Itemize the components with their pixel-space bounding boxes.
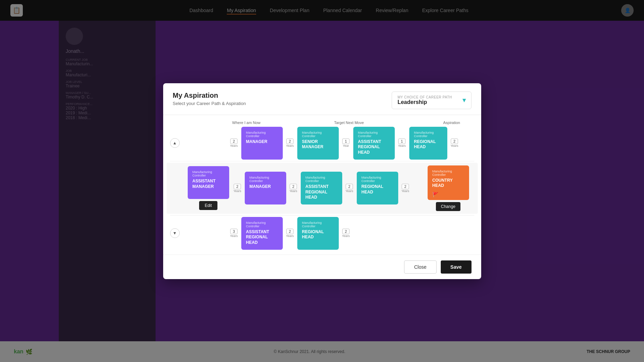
modal-subtitle: Select your Career Path & Aspiration (173, 101, 246, 106)
mid-card-1: Manufacturing Controller MANAGER (245, 172, 286, 204)
modal-overlay: My Aspiration Select your Career Path & … (0, 0, 644, 362)
modal-footer: Close Save (163, 255, 481, 279)
edit-button[interactable]: Edit (199, 201, 217, 210)
dropdown-arrow-icon: ▾ (463, 96, 466, 104)
career-path-selector[interactable]: MY CHOICE OF CAREER PATH Leadership ▾ (392, 92, 472, 109)
top-card-1: Manufacturing Controller MANAGER (241, 127, 283, 160)
flag-icon: 🚩 (432, 192, 438, 197)
col-label-aspiration: Aspiration (429, 121, 474, 125)
chevron-up-button[interactable]: ▲ (170, 138, 180, 148)
close-button[interactable]: Close (404, 260, 437, 274)
top-card-3: Manufacturing Controller ASSISTANT REGIO… (353, 127, 395, 160)
modal-title: My Aspiration (173, 92, 246, 99)
chevron-down-button[interactable]: ▼ (170, 228, 180, 238)
career-path-label: MY CHOICE OF CAREER PATH (398, 95, 452, 99)
aspiration-card: Manufacturing Controller COUNTRY HEAD 🚩 (428, 165, 469, 200)
bot-card-1: Manufacturing Controller ASSISTANT REGIO… (241, 217, 283, 250)
save-button[interactable]: Save (441, 260, 472, 274)
where-card: Manufacturing Controller ASSISTANT MANAG… (188, 166, 229, 199)
mid-card-3: Manufacturing Controller REGIONAL HEAD (357, 172, 398, 204)
change-button[interactable]: Change (436, 202, 460, 211)
col-label-where: Where I am Now (224, 121, 269, 125)
modal-body: Where I am Now Target Next Move Aspirati… (163, 115, 481, 255)
bot-card-2: Manufacturing Controller REGIONAL HEAD (297, 217, 339, 250)
top-card-4: Manufacturing Controller REGIONAL HEAD (409, 127, 447, 160)
career-path-value: Leadership (398, 99, 452, 105)
modal: My Aspiration Select your Career Path & … (163, 83, 481, 279)
modal-header: My Aspiration Select your Career Path & … (163, 83, 481, 115)
mid-card-2: Manufacturing Controller ASSISTANT REGIO… (301, 172, 342, 204)
top-card-2: Manufacturing Controller SENIOR MANAGER (297, 127, 339, 160)
col-label-target: Target Next Move (334, 121, 364, 125)
